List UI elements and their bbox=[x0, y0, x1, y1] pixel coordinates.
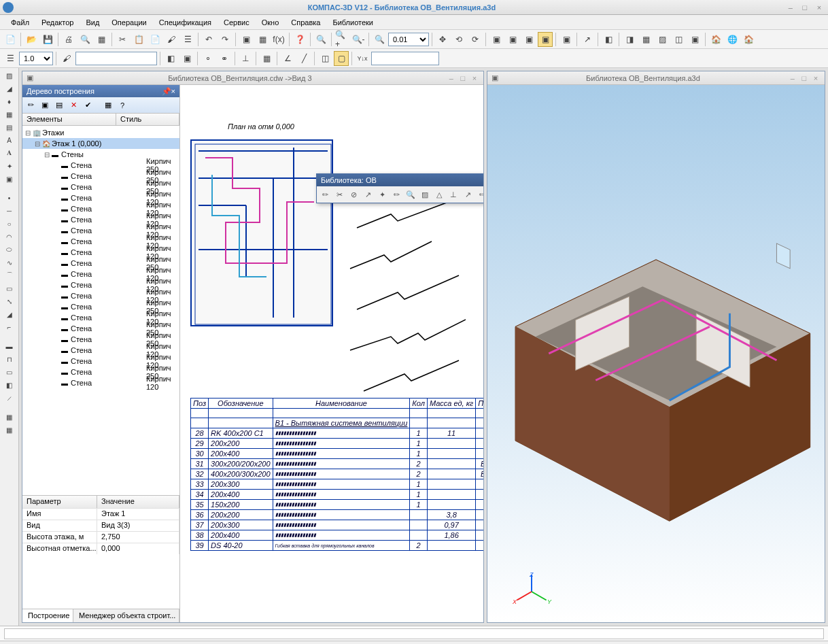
orient-button[interactable]: ↗ bbox=[580, 32, 595, 47]
t2-button[interactable]: ▣ bbox=[179, 51, 194, 66]
vt-circle-icon[interactable]: ○ bbox=[2, 218, 17, 230]
paste-button[interactable]: 📄 bbox=[148, 32, 162, 47]
preview-button[interactable]: 🔍 bbox=[77, 32, 92, 47]
ov-tool-4[interactable]: ↗ bbox=[361, 188, 375, 201]
scale-combo[interactable]: 1.0 bbox=[19, 52, 53, 65]
vt-point-icon[interactable]: • bbox=[2, 192, 17, 204]
t4-button[interactable]: ⚭ bbox=[217, 51, 232, 66]
line-button[interactable]: ╱ bbox=[296, 51, 311, 66]
tree-body[interactable]: ⊟🏢Этажи⊟🏠Этаж 1 (0,000)⊟▬Стены▬СтенаКирп… bbox=[22, 126, 179, 390]
floating-library-toolbar[interactable]: Библиотека: ОВ▾× ✏ ✂ ⊘ ↗ ✦ ✏ 🔍 ▨ △ ⊥ bbox=[316, 173, 483, 203]
tree-tab-build[interactable]: Построение bbox=[22, 609, 73, 622]
ov-tool-6[interactable]: ✏ bbox=[390, 188, 403, 201]
redo-button[interactable]: ↷ bbox=[218, 32, 232, 47]
undo-button[interactable]: ↶ bbox=[201, 32, 216, 47]
ov-tool-1[interactable]: ✏ bbox=[318, 188, 332, 201]
vt-a-icon[interactable]: A bbox=[2, 134, 17, 146]
yx-button[interactable]: Y↓x bbox=[355, 51, 370, 66]
vt-chamfer-icon[interactable]: ⌐ bbox=[2, 321, 17, 333]
vt-line-icon[interactable]: ◢ bbox=[2, 82, 17, 95]
minimize-button[interactable]: – bbox=[784, 3, 797, 12]
ov-tool-5[interactable]: ✦ bbox=[375, 188, 389, 201]
orbit-button[interactable]: ⟳ bbox=[468, 32, 483, 47]
zoom-window-button[interactable]: 🔍 bbox=[372, 32, 387, 47]
ov-tool-11[interactable]: ↗ bbox=[461, 188, 475, 201]
t8-button[interactable]: ◫ bbox=[317, 51, 332, 66]
ov-tool-2[interactable]: ✂ bbox=[332, 188, 346, 201]
vt-text-icon[interactable]: ▤ bbox=[2, 121, 17, 133]
doc3d-min-button[interactable]: – bbox=[788, 74, 797, 82]
grid-button[interactable]: ▦ bbox=[259, 51, 274, 66]
tree-tb-2[interactable]: ▣ bbox=[39, 99, 51, 112]
t3-button[interactable]: ⚬ bbox=[201, 51, 215, 66]
save-button[interactable]: 💾 bbox=[40, 32, 55, 47]
tree-tab-manager[interactable]: Менеджер объекта строит... bbox=[73, 609, 179, 622]
pan-button[interactable]: ✥ bbox=[435, 32, 450, 47]
vt-bezier-icon[interactable]: ⌒ bbox=[2, 269, 17, 282]
vt-seg-icon[interactable]: ─ bbox=[2, 205, 17, 217]
ov-tool-10[interactable]: ⊥ bbox=[447, 188, 460, 201]
tree-row[interactable]: ⊟🏠Этаж 1 (0,000) bbox=[22, 138, 179, 149]
tree-close-icon[interactable]: × bbox=[171, 87, 175, 95]
tree-row[interactable]: ▬СтенаКирпич 120 bbox=[22, 377, 179, 388]
canvas-3d[interactable]: Z Y X bbox=[487, 85, 825, 622]
menu-window[interactable]: Окно bbox=[256, 16, 285, 29]
tree-col-elements[interactable]: Элементы bbox=[22, 114, 116, 125]
new-button[interactable]: 📄 bbox=[3, 32, 18, 47]
canvas-2d[interactable]: План на отм 0,000 bbox=[180, 85, 483, 622]
tool-f-button[interactable]: ▣ bbox=[687, 32, 702, 47]
tree-tb-3[interactable]: ▤ bbox=[53, 99, 65, 112]
vt-b1-icon[interactable]: ▦ bbox=[2, 411, 17, 423]
zoom-out-button[interactable]: 🔍- bbox=[351, 32, 366, 47]
zoom-combo[interactable]: 0.01 bbox=[388, 33, 429, 46]
props-button[interactable]: ☰ bbox=[180, 32, 195, 47]
doc-close-button[interactable]: × bbox=[470, 74, 479, 82]
t1-button[interactable]: ◧ bbox=[163, 51, 178, 66]
doc-min-button[interactable]: – bbox=[447, 74, 456, 82]
zoom-fit-button[interactable]: 🔍 bbox=[313, 32, 328, 47]
prop-col-value[interactable]: Значение bbox=[97, 496, 179, 508]
tool-e-button[interactable]: ◫ bbox=[671, 32, 686, 47]
tree-tb-4[interactable]: ✕ bbox=[67, 99, 80, 112]
copy-button[interactable]: 📋 bbox=[131, 32, 146, 47]
tree-row[interactable]: ⊟🏢Этажи bbox=[22, 127, 179, 138]
t9-button[interactable]: ▢ bbox=[334, 51, 349, 66]
menu-help[interactable]: Справка bbox=[286, 16, 326, 29]
close-button[interactable]: × bbox=[813, 3, 825, 12]
menu-service[interactable]: Сервис bbox=[218, 16, 255, 29]
vars-button[interactable]: ▦ bbox=[255, 32, 270, 47]
vt-dim-icon[interactable]: ♦ bbox=[2, 95, 17, 107]
doc3d-max-button[interactable]: □ bbox=[799, 74, 809, 82]
doc-max-button[interactable]: □ bbox=[458, 74, 468, 82]
coord-input[interactable] bbox=[371, 52, 439, 65]
brush-button[interactable]: 🖌 bbox=[164, 32, 179, 47]
tool-c-button[interactable]: ▦ bbox=[638, 32, 653, 47]
ov-tool-7[interactable]: 🔍 bbox=[404, 188, 417, 201]
vt-attr-icon[interactable]: ✦ bbox=[2, 160, 17, 172]
zoom-in-button[interactable]: 🔍+ bbox=[334, 32, 349, 47]
vt-sketch-icon[interactable]: ▨ bbox=[2, 69, 17, 82]
house-button[interactable]: 🏠 bbox=[741, 32, 756, 47]
menu-file[interactable]: Файл bbox=[5, 16, 35, 29]
tree-col-style[interactable]: Стиль bbox=[116, 114, 179, 125]
vt-rect-icon[interactable]: ▭ bbox=[2, 282, 17, 294]
menu-editor[interactable]: Редактор bbox=[36, 16, 79, 29]
print-button[interactable]: 🖨 bbox=[61, 32, 76, 47]
vt-b2-icon[interactable]: ▦ bbox=[2, 424, 17, 436]
shaded-edges-button[interactable]: ▣ bbox=[538, 32, 553, 47]
vt-fill-icon[interactable]: ◢ bbox=[2, 308, 17, 320]
prop-col-param[interactable]: Параметр bbox=[22, 496, 97, 508]
hidden-button[interactable]: ▣ bbox=[505, 32, 520, 47]
tree-pin-icon[interactable]: 📌 bbox=[162, 87, 171, 96]
cut-button[interactable]: ✂ bbox=[115, 32, 130, 47]
fx-button[interactable]: f(x) bbox=[271, 32, 286, 47]
angle-button[interactable]: ∠ bbox=[280, 51, 295, 66]
t5-button[interactable]: ⊥ bbox=[238, 51, 253, 66]
tree-tb-5[interactable]: ✔ bbox=[82, 99, 94, 112]
shaded-button[interactable]: ▣ bbox=[521, 32, 536, 47]
brush2-button[interactable]: 🖌 bbox=[59, 51, 74, 66]
rotate-button[interactable]: ⟲ bbox=[451, 32, 466, 47]
ov-tool-3[interactable]: ⊘ bbox=[347, 188, 360, 201]
vt-ellipse-icon[interactable]: ⬭ bbox=[2, 243, 17, 256]
vt-wall-icon[interactable]: ▬ bbox=[2, 340, 17, 352]
